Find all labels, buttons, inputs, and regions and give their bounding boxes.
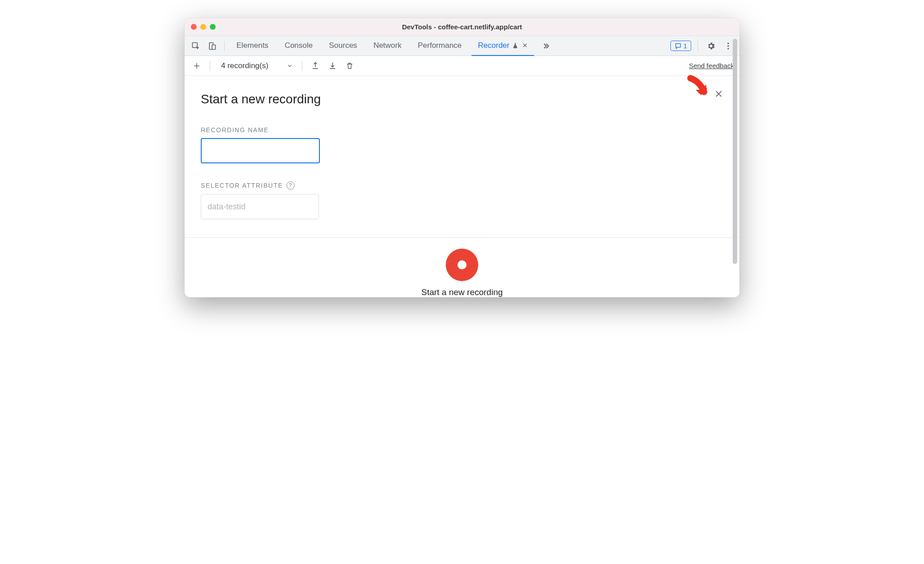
tab-label: Elements [236, 41, 268, 50]
start-recording-panel: Start a new recording RECORDING NAME SEL… [185, 76, 739, 297]
tab-performance[interactable]: Performance [411, 36, 468, 56]
send-feedback-link[interactable]: Send feedback [689, 62, 734, 69]
selector-attribute-label-text: SELECTOR ATTRIBUTE [201, 182, 283, 189]
selector-attribute-input[interactable] [201, 194, 319, 219]
tab-label: Sources [329, 41, 357, 50]
inspect-element-icon[interactable] [189, 39, 203, 53]
zoom-window-button[interactable] [210, 24, 216, 30]
panel-title: Start a new recording [201, 92, 723, 106]
devtools-window: DevTools - coffee-cart.netlify.app/cart … [185, 18, 739, 297]
more-tabs-icon[interactable] [538, 42, 554, 51]
start-recording-button[interactable]: Start a new recording [201, 249, 723, 297]
annotation-arrow-icon [686, 74, 711, 99]
help-icon[interactable]: ? [286, 181, 295, 190]
minimize-window-button[interactable] [200, 24, 206, 30]
divider [185, 237, 739, 238]
close-window-button[interactable] [191, 24, 197, 30]
selector-attribute-label: SELECTOR ATTRIBUTE ? [201, 181, 723, 190]
traffic-lights [191, 24, 216, 30]
tab-network[interactable]: Network [367, 36, 408, 56]
tab-label: Recorder [478, 41, 509, 50]
recordings-dropdown-label: 4 recording(s) [221, 61, 268, 70]
svg-point-5 [727, 48, 729, 49]
close-panel-icon[interactable] [714, 89, 723, 98]
close-tab-icon[interactable] [522, 42, 528, 48]
export-icon[interactable] [309, 59, 322, 73]
devtools-tabstrip: Elements Console Sources Network Perform… [185, 36, 739, 56]
settings-icon[interactable] [704, 39, 718, 53]
window-title: DevTools - coffee-cart.netlify.app/cart [185, 23, 739, 31]
tab-label: Console [285, 41, 313, 50]
tab-label: Performance [418, 41, 462, 50]
svg-point-4 [727, 45, 729, 46]
svg-rect-2 [212, 45, 216, 49]
panel-tabs: Elements Console Sources Network Perform… [230, 36, 554, 56]
divider [302, 61, 302, 71]
experiment-flask-icon [512, 42, 518, 49]
divider [224, 41, 225, 51]
recorder-toolbar: 4 recording(s) Send feedback [185, 56, 739, 76]
tab-console[interactable]: Console [278, 36, 319, 56]
chevron-down-icon [286, 63, 293, 69]
recording-name-input[interactable] [201, 138, 320, 163]
device-toolbar-icon[interactable] [205, 39, 219, 53]
tab-elements[interactable]: Elements [230, 36, 275, 56]
tab-sources[interactable]: Sources [323, 36, 363, 56]
messages-badge[interactable]: 1 [670, 41, 691, 51]
delete-icon[interactable] [343, 59, 356, 73]
new-recording-icon[interactable] [190, 59, 203, 73]
tab-label: Network [374, 41, 402, 50]
divider [210, 61, 210, 71]
recordings-dropdown[interactable]: 4 recording(s) [217, 61, 296, 70]
window-titlebar: DevTools - coffee-cart.netlify.app/cart [185, 18, 739, 36]
svg-point-3 [727, 42, 729, 44]
scrollbar[interactable] [732, 39, 738, 295]
scrollbar-thumb[interactable] [733, 39, 737, 264]
recording-name-label: RECORDING NAME [201, 126, 723, 134]
import-icon[interactable] [326, 59, 339, 73]
messages-count: 1 [684, 42, 687, 50]
tab-recorder[interactable]: Recorder [471, 36, 534, 56]
divider [698, 41, 698, 51]
record-icon [446, 249, 478, 281]
start-recording-label: Start a new recording [421, 287, 503, 297]
